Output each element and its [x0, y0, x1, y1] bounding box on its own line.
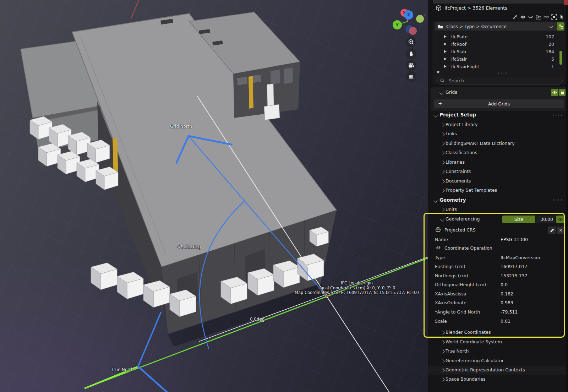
field-label: XAxisOrdinate: [435, 300, 466, 305]
item-classifications[interactable]: Classifications: [428, 149, 568, 157]
class-label: IfcPlate: [451, 34, 468, 39]
expand-triangle-icon[interactable]: [444, 35, 447, 38]
search-input[interactable]: [436, 77, 563, 85]
expand-triangle-icon[interactable]: [444, 43, 447, 45]
section-project-setup[interactable]: Project Setup ::::: [428, 111, 568, 120]
size-label: Size: [514, 217, 524, 222]
grids-title: Grids: [446, 89, 457, 95]
chevron-right-icon: [441, 123, 444, 127]
tree-row-ifcstair[interactable]: IfcStair 5: [435, 55, 563, 63]
projected-crs-title: Projected CRS: [444, 227, 476, 233]
field-eastings[interactable]: Eastings (cm) 160917.017: [428, 262, 568, 271]
zero-angle-label: 0.0deg: [250, 317, 264, 322]
field-type[interactable]: Type IfcMapConversion: [428, 254, 568, 262]
item-world-coordinate-system[interactable]: World Coordinate System: [428, 338, 568, 347]
chevron-down-icon: [433, 198, 437, 202]
item-project-library[interactable]: Project Library: [428, 121, 568, 129]
size-slider[interactable]: Size: [502, 216, 535, 223]
visibility-eye-icon[interactable]: [520, 14, 526, 20]
curve-icon[interactable]: [528, 14, 534, 20]
georef-visibility-button[interactable]: [556, 216, 565, 223]
item-property-set-templates[interactable]: Property Set Templates: [428, 186, 568, 195]
collapse-icon[interactable]: [512, 14, 518, 20]
pan-tool-button[interactable]: [406, 48, 416, 59]
tree-row-ifcslab[interactable]: IfcSlab 184: [435, 48, 563, 55]
grids-lock-button[interactable]: [559, 89, 566, 96]
size-value-field[interactable]: 30.00: [536, 216, 555, 223]
box-select-icon[interactable]: [551, 14, 557, 20]
true-north-label: True North: [111, 367, 133, 372]
field-xaxis-abscissa[interactable]: XAxisAbscissa 0.182: [428, 290, 568, 299]
field-label: OrthogonalHeight (cm): [435, 282, 486, 287]
chevron-right-icon: [441, 349, 444, 353]
field-value: 0.983: [501, 300, 513, 305]
field-scale[interactable]: Scale 0.01: [428, 317, 568, 326]
crs-name-row[interactable]: Name EPSG:31300: [428, 235, 568, 244]
gizmo-axis-neg-x[interactable]: [409, 27, 417, 35]
outliner-toolbar: [512, 14, 565, 20]
origin-map-coords: Map Coordinates (cm) E: 160917.017, N: 1…: [291, 290, 422, 295]
eye-icon: [552, 91, 557, 94]
item-label: Documents: [446, 178, 471, 184]
viewport-grid-button[interactable]: [406, 71, 416, 82]
add-grids-button[interactable]: + Add Grids: [434, 99, 564, 108]
item-true-north[interactable]: True North: [428, 347, 568, 356]
item-label: Blender Coordinates: [446, 330, 491, 335]
field-northings[interactable]: Northings (cm) 153215.737: [428, 272, 568, 281]
expand-triangle-icon[interactable]: [444, 65, 447, 68]
item-space-boundaries[interactable]: Space Boundaries: [428, 375, 568, 384]
camera-view-button[interactable]: [406, 60, 416, 71]
item-units[interactable]: Units: [428, 206, 568, 214]
class-count: 20: [548, 42, 554, 47]
item-links[interactable]: Links: [428, 130, 568, 138]
item-constraints[interactable]: Constraints: [428, 168, 568, 176]
tree-scrollbar[interactable]: [559, 51, 562, 65]
grids-visibility-button[interactable]: [551, 89, 558, 96]
expand-triangle-icon[interactable]: [444, 58, 447, 60]
tree-row-ifcstairflight[interactable]: IfcStairFlight 1: [435, 63, 563, 70]
cursor-icon[interactable]: [559, 14, 565, 20]
panel-scrollbar[interactable]: [566, 0, 568, 392]
top-partial-field[interactable]: [433, 0, 566, 4]
origin-local-coords: Local Coordinates (cm) X: 0, Y: 0, Z: 0: [291, 286, 422, 291]
collapse-triangle-icon[interactable]: [437, 71, 439, 74]
item-bsdd[interactable]: buildingSMART Data Dictionary: [428, 140, 568, 148]
item-documents[interactable]: Documents: [428, 177, 568, 186]
item-libraries[interactable]: Libraries: [428, 158, 568, 167]
item-label: Units: [446, 207, 457, 212]
field-xaxis-ordinate[interactable]: XAxisOrdinate 0.983: [428, 299, 568, 307]
field-label: Northings (cm): [435, 273, 468, 278]
expand-triangle-icon[interactable]: [444, 50, 447, 53]
region-collapse-arrow[interactable]: ‹: [424, 12, 426, 17]
append-icon[interactable]: [536, 14, 541, 20]
remove-crs-button[interactable]: ✕: [557, 227, 564, 234]
item-label: World Coordinate System: [446, 339, 502, 344]
tree-row-ifcroof[interactable]: IfcRoof 20: [435, 40, 563, 48]
item-geometric-representation-contexts[interactable]: Geometric Representation Contexts: [428, 366, 568, 375]
tree-mode-dropdown[interactable]: Class > Type > Occurrence: [435, 22, 557, 31]
origin-title: IFC Local Origin: [291, 281, 422, 286]
tree-mode-label: Class > Type > Occurrence: [446, 24, 507, 29]
item-label: Georeferencing: [446, 216, 480, 222]
viewport-navigation-gizmo[interactable]: X Z Y: [384, 5, 427, 40]
3d-viewport[interactable]: Grid North -79.511deg 0.0deg True North …: [0, 0, 428, 392]
panel-drag-dots[interactable]: ::::: [552, 112, 563, 117]
field-angle-to-grid-north[interactable]: *Angle to Grid North -79.511: [428, 308, 568, 317]
resize-handle-dots[interactable]: ::::: [497, 70, 508, 75]
tree-row-ifcplate[interactable]: IfcPlate 107: [435, 33, 563, 40]
panel-drag-dots[interactable]: ::::: [552, 197, 563, 202]
section-geometry[interactable]: Geometry ::::: [428, 196, 568, 205]
link-icon[interactable]: [544, 14, 549, 20]
edit-crs-button[interactable]: [548, 227, 556, 234]
field-value: EPSG:31300: [501, 237, 528, 242]
add-grids-label: Add Grids: [434, 101, 564, 107]
zoom-tool-button[interactable]: [406, 37, 416, 47]
item-blender-coordinates[interactable]: Blender Coordinates: [428, 328, 568, 337]
tree-filter-button[interactable]: [557, 22, 564, 31]
svg-text:Y: Y: [395, 23, 399, 27]
item-georeferencing-calculator[interactable]: Georeferencing Calculator: [428, 357, 568, 365]
field-orthogonal-height[interactable]: OrthogonalHeight (cm) 0.0: [428, 281, 568, 289]
chevron-down-icon: [549, 26, 553, 28]
field-value: 0.01: [501, 318, 510, 324]
gizmo-axis-neg-y[interactable]: [416, 15, 424, 23]
